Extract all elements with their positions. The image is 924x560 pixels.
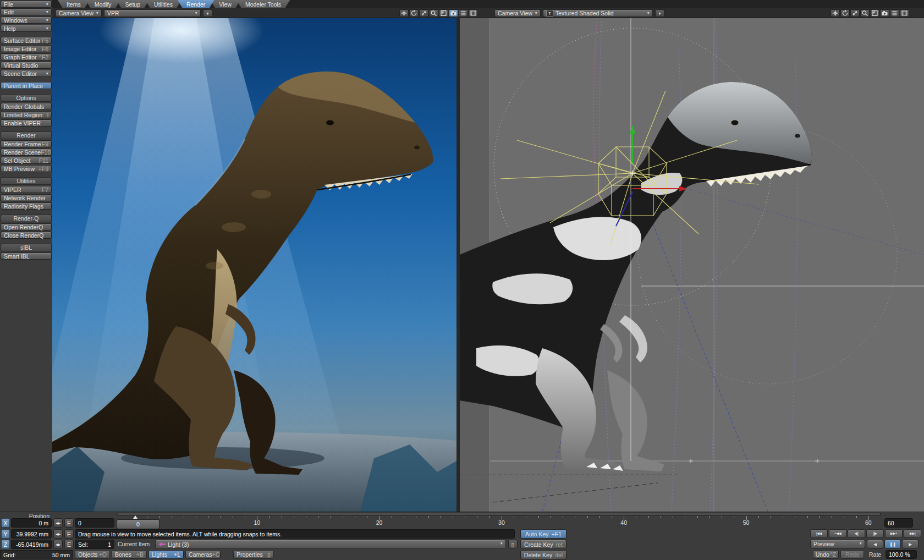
film-icon[interactable] <box>469 9 478 17</box>
z-nudge-button[interactable]: ◀▶ <box>53 540 63 549</box>
tab-render[interactable]: Render <box>178 0 214 8</box>
first-frame-button[interactable]: |◀◀ <box>810 529 828 538</box>
sidebar-button-surface-editor[interactable]: Surface EditorF5 <box>1 37 52 44</box>
sidebar-button-render-scene[interactable]: Render SceneF10 <box>1 149 52 156</box>
end-frame-field[interactable]: 60 <box>884 518 913 528</box>
menu-icon[interactable] <box>459 9 468 17</box>
play-forward-button[interactable]: ▶ <box>902 540 919 548</box>
next-keyframe-button[interactable]: ▶▶+ <box>885 529 903 538</box>
tab-modify[interactable]: Modify <box>86 0 120 8</box>
vpr-render-viewport[interactable] <box>52 18 457 512</box>
sidebar-button-parent-in-place[interactable]: Parent in Place <box>1 82 52 89</box>
sidebar-button-virtual-studio[interactable]: Virtual Studio <box>1 62 52 69</box>
undo-button[interactable]: Undo^Z <box>813 550 839 559</box>
camera-icon[interactable] <box>880 9 889 17</box>
z-position-field[interactable]: -65.0419mm <box>11 540 52 549</box>
rotate-icon[interactable] <box>409 9 419 17</box>
shaded-viewport[interactable] <box>460 18 924 512</box>
next-frame-button[interactable]: ||▶ <box>866 529 884 538</box>
redo-button[interactable]: Redo <box>840 550 864 559</box>
ruler-tick <box>636 516 636 518</box>
camera-icon[interactable] <box>449 9 458 17</box>
z-axis-toggle[interactable]: Z <box>1 540 10 549</box>
rate-field[interactable]: 100.0 % <box>886 550 917 559</box>
y-envelope-button[interactable]: E <box>64 529 74 539</box>
windows-menu[interactable]: Windows <box>1 17 52 24</box>
edit-menu[interactable]: Edit <box>1 8 52 15</box>
rotate-icon[interactable] <box>840 9 850 17</box>
current-frame-field[interactable]: 0 <box>75 518 114 528</box>
sidebar-button-open-renderq[interactable]: Open RenderQ <box>1 223 52 230</box>
y-nudge-button[interactable]: ◀▶ <box>53 529 63 539</box>
select-cameras-button[interactable]: Cameras+C <box>185 550 221 559</box>
left-render-mode-dropdown[interactable]: VPR <box>104 9 201 17</box>
preview-dropdown[interactable]: Preview <box>810 540 865 548</box>
current-item-dropdown[interactable]: Light (3) <box>155 540 506 549</box>
x-axis-toggle[interactable]: X <box>1 518 10 528</box>
z-envelope-button[interactable]: E <box>64 540 74 549</box>
left-view-type-dropdown[interactable]: Camera View <box>56 9 102 17</box>
pan-icon[interactable] <box>399 9 409 17</box>
tab-view[interactable]: View <box>210 0 240 8</box>
y-position-field[interactable]: 39.9992 mm <box>11 529 52 539</box>
magnify-icon[interactable] <box>860 9 870 17</box>
zoom-icon[interactable] <box>419 9 428 17</box>
timeline[interactable]: 0102030405060 0 <box>117 513 881 528</box>
right-viewport-options-dropdown[interactable]: ▼ <box>655 9 664 17</box>
sidebar-button-limited-region[interactable]: Limited Regionl <box>1 111 52 118</box>
sidebar-button-viper[interactable]: VIPERF7 <box>1 186 52 193</box>
sidebar-button-enable-viper[interactable]: Enable VIPER <box>1 119 52 127</box>
zoom-icon[interactable] <box>850 9 860 17</box>
timeline-scrollbar[interactable] <box>117 513 881 515</box>
left-viewport-options-dropdown[interactable]: ▼ <box>203 9 212 17</box>
tab-modeler-tools[interactable]: Modeler Tools <box>237 0 290 8</box>
sidebar-button-graph-editor[interactable]: Graph Editor^F2 <box>1 53 52 61</box>
x-position-field[interactable]: 0 m <box>11 518 52 528</box>
last-frame-button[interactable]: ▶▶| <box>904 529 921 538</box>
prev-keyframe-button[interactable]: +◀◀ <box>829 529 846 538</box>
pause-button[interactable]: ❚❚ <box>884 540 901 548</box>
sidebar-button-close-renderq[interactable]: Close RenderQ <box>1 232 52 239</box>
sidebar-button-render-globals[interactable]: Render Globals <box>1 103 52 110</box>
select-lights-button[interactable]: Lights+L <box>148 550 184 559</box>
auto-key-button[interactable]: Auto Key +F1 <box>520 529 566 539</box>
right-view-type-dropdown[interactable]: Camera View <box>494 9 541 17</box>
properties-button[interactable]: Properties p <box>233 550 274 559</box>
prev-frame-button[interactable]: ◀|| <box>848 529 865 538</box>
sidebar-button-mb-preview[interactable]: MB Preview+F9 <box>1 165 52 172</box>
ruler-tick <box>428 516 429 518</box>
film-icon[interactable] <box>900 9 909 17</box>
right-render-mode-dropdown[interactable]: T Textured Shaded Solid <box>543 9 653 17</box>
y-axis-toggle[interactable]: Y <box>1 529 10 539</box>
ruler-tick <box>392 516 392 518</box>
fit-icon[interactable] <box>439 9 448 17</box>
sidebar-button-scene-editor[interactable]: Scene Editor <box>1 70 52 77</box>
ruler-tick <box>758 516 759 518</box>
sidebar-button-radiosity-flags[interactable]: Radiosity Flags <box>1 202 52 210</box>
sidebar-button-smart-ibl[interactable]: Smart IBL <box>1 252 52 260</box>
tab-setup[interactable]: Setup <box>117 0 149 8</box>
tab-utilities[interactable]: Utilities <box>145 0 182 8</box>
play-reverse-button[interactable]: ◀ <box>867 540 883 548</box>
texture-mode-icon: T <box>546 10 553 17</box>
magnify-icon[interactable] <box>429 9 438 17</box>
delete-key-button[interactable]: Delete Key del <box>520 550 566 559</box>
select-bones-button[interactable]: Bones+B <box>112 550 147 559</box>
x-nudge-button[interactable]: ◀▶ <box>53 518 63 528</box>
sidebar-button-render-frame[interactable]: Render FrameF9 <box>1 140 52 147</box>
menu-icon[interactable] <box>890 9 899 17</box>
tab-items[interactable]: Items <box>58 0 90 8</box>
sidebar-button-network-render[interactable]: Network Render <box>1 194 52 201</box>
help-menu[interactable]: Help <box>1 25 52 32</box>
playback-controls: ◀❚❚▶ <box>867 540 919 549</box>
sidebar-button-image-editor[interactable]: Image EditorF6 <box>1 45 52 52</box>
pan-icon[interactable] <box>831 9 840 17</box>
create-key-button[interactable]: Create Key ret <box>520 540 566 549</box>
item-panel-toggle-button[interactable]: ▯ <box>508 540 518 549</box>
select-objects-button[interactable]: Objects+O <box>75 550 110 559</box>
fit-icon[interactable] <box>870 9 879 17</box>
x-envelope-button[interactable]: E <box>64 518 74 528</box>
frame-slider-handle[interactable]: 0 <box>117 519 160 529</box>
sidebar-button-sel-object[interactable]: Sel ObjectF11 <box>1 157 52 164</box>
file-menu[interactable]: File <box>1 1 52 8</box>
